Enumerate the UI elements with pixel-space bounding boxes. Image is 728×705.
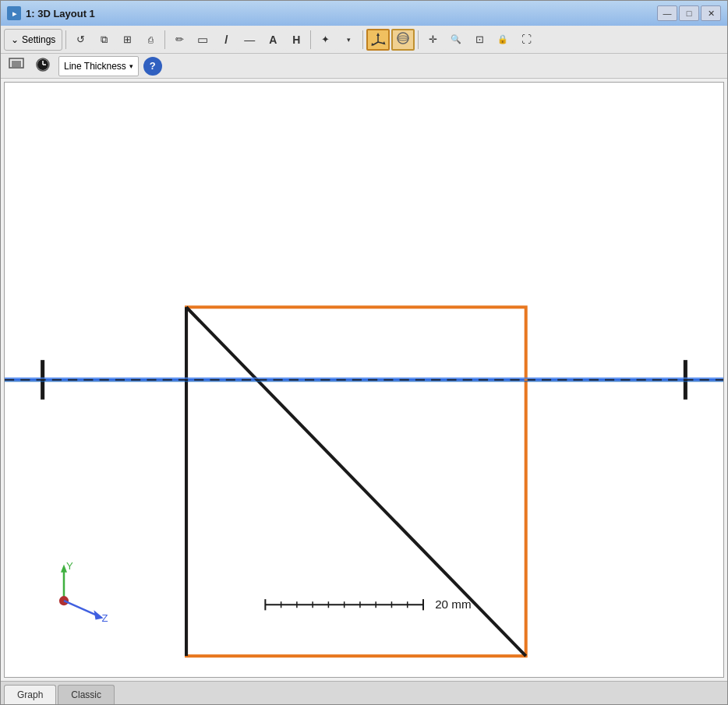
line-icon: / xyxy=(224,33,228,46)
line-thickness-label: Line Thickness xyxy=(64,61,126,72)
camera-button[interactable]: ⊡ xyxy=(468,29,490,51)
copy-icon: ⧉ xyxy=(101,33,108,46)
expand-button[interactable]: ⛶ xyxy=(515,29,537,51)
dropdown-arrow-icon: ▾ xyxy=(129,62,133,70)
svg-marker-5 xyxy=(383,41,386,45)
text-a-button[interactable]: A xyxy=(262,29,284,51)
refresh-icon: ↺ xyxy=(76,33,85,45)
diagonal-line xyxy=(186,307,526,656)
graph-tab-label: Graph xyxy=(17,689,43,700)
window-icon: ▸ xyxy=(7,6,21,20)
svg-line-30 xyxy=(64,601,100,616)
grid-button[interactable]: ⊞ xyxy=(116,29,138,51)
star-icon: ✦ xyxy=(321,33,330,45)
lock-button[interactable]: 🔒 xyxy=(492,29,514,51)
camera-icon: ⊡ xyxy=(475,33,484,45)
z-axis-label: Z xyxy=(102,612,108,624)
circle-icon xyxy=(395,30,411,48)
separator-5 xyxy=(418,30,419,49)
zoom-button[interactable]: 🔍 xyxy=(445,29,467,51)
separator-4 xyxy=(362,30,363,49)
separator-1 xyxy=(65,30,66,49)
refresh-button[interactable]: ↺ xyxy=(69,29,91,51)
grid-icon: ⊞ xyxy=(123,33,132,45)
tri-axis-icon xyxy=(370,30,386,48)
title-bar: ▸ 1: 3D Layout 1 — □ ✕ xyxy=(1,1,727,26)
dash-icon: — xyxy=(244,33,255,46)
print-button[interactable]: ⎙ xyxy=(140,29,161,51)
maximize-button[interactable]: □ xyxy=(679,5,699,21)
screen-button[interactable] xyxy=(5,55,27,77)
settings-label: Settings xyxy=(22,34,55,45)
move-button[interactable]: ✛ xyxy=(422,29,444,51)
text-h-button[interactable]: H xyxy=(285,29,307,51)
canvas-svg: 20 mm Y Z xyxy=(5,83,723,677)
move-icon: ✛ xyxy=(429,33,437,45)
separator-3 xyxy=(310,30,311,49)
title-controls: — □ ✕ xyxy=(657,5,721,21)
help-button[interactable]: ? xyxy=(143,57,162,76)
pencil-icon: ✏ xyxy=(175,33,184,45)
svg-point-29 xyxy=(59,596,69,605)
y-axis-label: Y xyxy=(66,560,73,572)
dash-button[interactable]: — xyxy=(239,29,260,51)
scale-bar: 20 mm xyxy=(265,597,471,611)
axes-indicator: Y Z xyxy=(59,560,108,624)
title-bar-left: ▸ 1: 3D Layout 1 xyxy=(7,6,95,20)
print-icon: ⎙ xyxy=(148,35,154,44)
scale-label: 20 mm xyxy=(435,597,471,611)
settings-button[interactable]: ⌄ Settings xyxy=(4,29,62,51)
svg-rect-10 xyxy=(12,61,21,67)
svg-marker-3 xyxy=(376,33,380,36)
expand-icon: ⛶ xyxy=(521,33,532,45)
text-a-icon: A xyxy=(269,33,277,46)
pencil-button[interactable]: ✏ xyxy=(168,29,190,51)
minimize-button[interactable]: — xyxy=(657,5,677,21)
canvas-area: 20 mm Y Z xyxy=(4,82,724,678)
chevron-icon: ▾ xyxy=(347,36,351,44)
zoom-icon: 🔍 xyxy=(451,34,461,44)
close-button[interactable]: ✕ xyxy=(701,5,721,21)
window-title: 1: 3D Layout 1 xyxy=(26,8,95,19)
lock-icon: 🔒 xyxy=(497,34,508,44)
clock-icon xyxy=(36,58,50,74)
classic-tab-label: Classic xyxy=(71,689,101,700)
text-h-icon: H xyxy=(292,33,300,46)
star-dropdown[interactable]: ▾ xyxy=(337,29,359,51)
line-thickness-dropdown[interactable]: Line Thickness ▾ xyxy=(58,56,139,76)
toolbar-row2: Line Thickness ▾ ? xyxy=(1,54,727,79)
star-button[interactable]: ✦ xyxy=(314,29,336,51)
chevron-down-icon: ⌄ xyxy=(11,34,19,45)
rect-button[interactable]: ▭ xyxy=(192,29,214,51)
tab-bar: Graph Classic xyxy=(1,681,727,704)
copy-button[interactable]: ⧉ xyxy=(93,29,115,51)
tri-axis-button[interactable] xyxy=(366,29,390,51)
screen-icon xyxy=(9,58,24,74)
circle-button[interactable] xyxy=(391,29,415,51)
main-window: ▸ 1: 3D Layout 1 — □ ✕ ⌄ Settings ↺ ⧉ ⊞ … xyxy=(0,0,728,705)
separator-2 xyxy=(164,30,165,49)
toolbar-row1: ⌄ Settings ↺ ⧉ ⊞ ⎙ ✏ ▭ / — A H ✦ ▾ xyxy=(1,26,727,54)
clock-button[interactable] xyxy=(32,55,54,77)
classic-tab[interactable]: Classic xyxy=(58,685,115,704)
line-button[interactable]: / xyxy=(215,29,237,51)
graph-tab[interactable]: Graph xyxy=(4,685,56,704)
rect-icon: ▭ xyxy=(197,33,208,47)
